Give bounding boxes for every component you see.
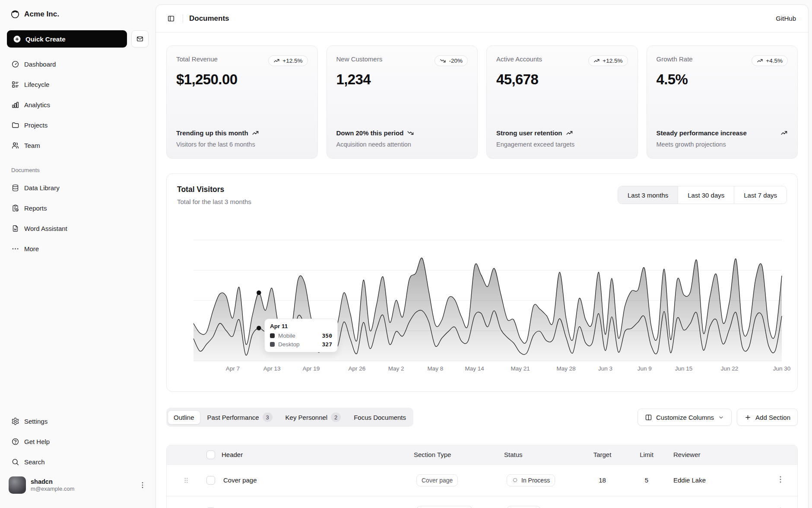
search-icon: [11, 458, 19, 466]
trending-down-icon: [407, 129, 414, 137]
sidebar-item-label: Data Library: [24, 184, 60, 192]
tab-label: Past Performance: [207, 414, 259, 421]
dots-icon: [11, 245, 19, 253]
section-type-badge: Cover page: [416, 474, 458, 486]
customize-columns-label: Customize Columns: [656, 414, 714, 421]
add-section-button[interactable]: Add Section: [737, 409, 798, 426]
tab-outline[interactable]: Outline: [168, 410, 200, 425]
status-badge: In Process: [507, 474, 555, 486]
svg-text:Jun 3: Jun 3: [598, 365, 612, 372]
sidebar-item-data-library[interactable]: Data Library: [7, 178, 149, 197]
stat-trend-badge: +12.5%: [588, 55, 628, 66]
sidebar-item-search[interactable]: Search: [7, 452, 149, 471]
sidebar-item-projects[interactable]: Projects: [7, 115, 149, 134]
users-icon: [11, 141, 19, 150]
github-link[interactable]: GitHub: [776, 15, 796, 22]
quick-create-label: Quick Create: [25, 35, 66, 43]
user-menu[interactable]: shadcn m@example.com: [7, 476, 149, 495]
sidebar-item-label: Get Help: [24, 438, 50, 445]
tab-key-personnel[interactable]: Key Personnel2: [279, 409, 347, 425]
circle-plus-icon: [13, 35, 21, 43]
sidebar-item-lifecycle[interactable]: Lifecycle: [7, 75, 149, 94]
inbox-button[interactable]: [131, 30, 149, 48]
stat-foot-desc: Meets growth projections: [657, 141, 788, 148]
sidebar: Acme Inc. Quick Create DashboardLifecycl…: [0, 0, 155, 508]
brand[interactable]: Acme Inc.: [7, 5, 149, 23]
logo-icon: [10, 10, 20, 19]
stat-value: $1,250.00: [176, 71, 308, 88]
stat-card-new-customers: New Customers -20% 1,234 Down 20% this p…: [327, 45, 478, 159]
columns-icon: [645, 414, 652, 421]
plus-icon: [744, 414, 752, 421]
svg-text:May 2: May 2: [388, 365, 404, 372]
sections-table: Header Section Type Status Target Limit …: [166, 445, 798, 508]
row-checkbox[interactable]: [206, 476, 215, 485]
row-menu-button[interactable]: [776, 506, 785, 508]
stat-value: 4.5%: [657, 71, 788, 88]
customize-columns-button[interactable]: Customize Columns: [638, 409, 732, 426]
sidebar-item-more[interactable]: More: [7, 239, 149, 258]
row-menu-button[interactable]: [776, 475, 785, 484]
row-target[interactable]: 29: [580, 496, 625, 508]
svg-text:May 21: May 21: [511, 365, 530, 372]
series-value: 327: [322, 341, 332, 348]
range-last-3-months[interactable]: Last 3 months: [618, 186, 678, 204]
section-tabs: OutlinePast Performance3Key Personnel2Fo…: [166, 408, 413, 427]
sidebar-item-settings[interactable]: Settings: [7, 412, 149, 431]
sidebar-item-word-assistant[interactable]: Word Assistant: [7, 219, 149, 238]
stat-card-growth-rate: Growth Rate +4.5% 4.5% Steady performanc…: [647, 45, 798, 159]
status-badge: Done: [507, 506, 541, 508]
range-last-7-days[interactable]: Last 7 days: [734, 186, 787, 204]
sidebar-item-label: Word Assistant: [24, 225, 67, 232]
sidebar-item-reports[interactable]: Reports: [7, 198, 149, 217]
tab-focus-documents[interactable]: Focus Documents: [348, 410, 412, 425]
select-all-checkbox[interactable]: [206, 450, 215, 459]
row-target[interactable]: 18: [580, 464, 625, 496]
tab-count-badge: 2: [331, 412, 341, 422]
x-axis-labels: Apr 7Apr 13Apr 19Apr 26May 2May 8May 14M…: [226, 365, 791, 372]
series-swatch: [270, 333, 275, 338]
sidebar-item-get-help[interactable]: Get Help: [7, 432, 149, 451]
chevron-down-icon: [718, 414, 724, 421]
drag-handle[interactable]: [168, 465, 193, 496]
table-row-table-of-contents[interactable]: Table of contents Table of contents Done…: [167, 496, 798, 508]
visitors-area-chart[interactable]: Apr 7Apr 13Apr 19Apr 26May 2May 8May 14M…: [167, 174, 799, 392]
time-range-toggle: Last 3 monthsLast 30 daysLast 7 days: [618, 186, 787, 204]
sidebar-item-analytics[interactable]: Analytics: [7, 95, 149, 114]
sidebar-section-label: Documents: [7, 166, 149, 174]
row-header[interactable]: Cover page: [217, 476, 257, 484]
series-value: 350: [322, 332, 332, 339]
database-icon: [11, 184, 19, 192]
drag-handle[interactable]: [168, 496, 193, 508]
gauge-icon: [11, 60, 19, 68]
svg-text:Apr 13: Apr 13: [263, 365, 281, 372]
range-last-30-days[interactable]: Last 30 days: [678, 186, 734, 204]
table-row-cover-page[interactable]: Cover page Cover page In Process 18 5 Ed…: [167, 464, 798, 496]
stat-trend-badge: +12.5%: [268, 55, 308, 66]
help-icon: [11, 438, 19, 446]
row-reviewer[interactable]: Eddie Lake: [668, 464, 774, 496]
col-reviewer: Reviewer: [668, 445, 774, 464]
sidebar-toggle-button[interactable]: [164, 11, 178, 26]
dots-vertical-icon[interactable]: [138, 481, 147, 489]
svg-text:May 28: May 28: [556, 365, 575, 372]
stat-foot-desc: Acquisition needs attention: [336, 141, 468, 148]
trending-up-icon: [273, 58, 280, 64]
list-details-icon: [11, 80, 19, 89]
loader-icon: [512, 477, 518, 483]
trending-up-icon: [566, 129, 573, 137]
row-reviewer[interactable]: Eddie Lake: [668, 496, 774, 508]
tab-past-performance[interactable]: Past Performance3: [201, 409, 279, 425]
quick-create-button[interactable]: Quick Create: [7, 30, 127, 48]
settings-icon: [11, 417, 19, 425]
trending-up-icon: [757, 58, 763, 64]
main-panel: Documents GitHub Total Revenue +12.5% $1…: [155, 4, 809, 508]
stat-value: 1,234: [336, 71, 468, 88]
sidebar-item-label: Projects: [24, 121, 48, 129]
add-section-label: Add Section: [755, 414, 790, 421]
row-limit[interactable]: 5: [625, 464, 668, 496]
stat-trend-badge: -20%: [435, 55, 468, 66]
row-limit[interactable]: 24: [625, 496, 668, 508]
sidebar-item-dashboard[interactable]: Dashboard: [7, 54, 149, 73]
sidebar-item-team[interactable]: Team: [7, 136, 149, 155]
